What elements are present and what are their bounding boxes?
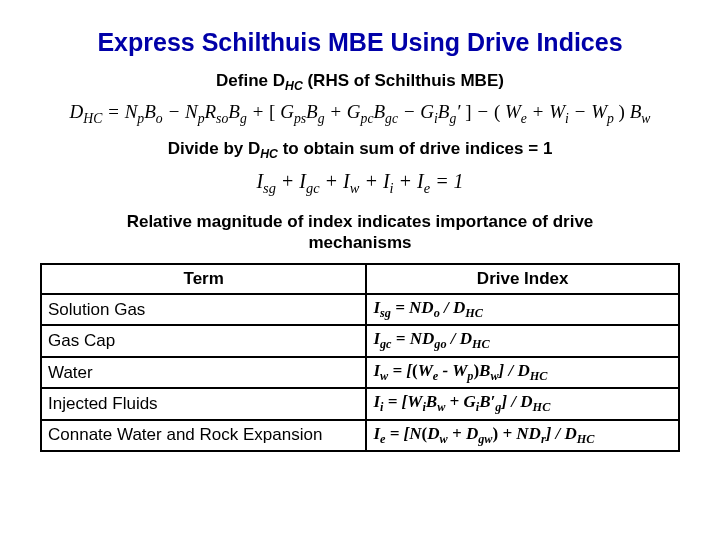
term-cell: Injected Fluids: [41, 388, 366, 419]
relative-magnitude-note: Relative magnitude of index indicates im…: [80, 211, 640, 254]
table-row: Solution Gas Isg = NDo / DHC: [41, 294, 679, 325]
drive-index-cell: Iw = [(We - Wp)Bw] / DHC: [366, 357, 679, 388]
term-cell: Solution Gas: [41, 294, 366, 325]
drive-index-cell: Isg = NDo / DHC: [366, 294, 679, 325]
term-cell: Connate Water and Rock Expansion: [41, 420, 366, 451]
drive-index-cell: Igc = NDgo / DHC: [366, 325, 679, 356]
slide: Express Schilthuis MBE Using Drive Indic…: [0, 0, 720, 540]
dhc-equation: DHC = NpBo − NpRsoBg + [ GpsBg + GpcBgc …: [40, 101, 680, 127]
header-term: Term: [41, 264, 366, 294]
term-cell: Water: [41, 357, 366, 388]
define-dhc-heading: Define DHC (RHS of Schilthuis MBE): [40, 71, 680, 93]
drive-index-cell: Ii = [WiBw + GiB′g] / DHC: [366, 388, 679, 419]
divide-by-dhc-heading: Divide by DHC to obtain sum of drive ind…: [40, 139, 680, 161]
table-row: Gas Cap Igc = NDgo / DHC: [41, 325, 679, 356]
drive-index-cell: Ie = [N(Dw + Dgw) + NDr] / DHC: [366, 420, 679, 451]
drive-index-table: Term Drive Index Solution Gas Isg = NDo …: [40, 263, 680, 452]
page-title: Express Schilthuis MBE Using Drive Indic…: [40, 28, 680, 57]
header-drive-index: Drive Index: [366, 264, 679, 294]
term-cell: Gas Cap: [41, 325, 366, 356]
table-row: Injected Fluids Ii = [WiBw + GiB′g] / DH…: [41, 388, 679, 419]
table-header-row: Term Drive Index: [41, 264, 679, 294]
table-row: Water Iw = [(We - Wp)Bw] / DHC: [41, 357, 679, 388]
drive-indices-sum-equation: Isg + Igc + Iw + Ii + Ie = 1: [40, 170, 680, 197]
table-row: Connate Water and Rock Expansion Ie = [N…: [41, 420, 679, 451]
